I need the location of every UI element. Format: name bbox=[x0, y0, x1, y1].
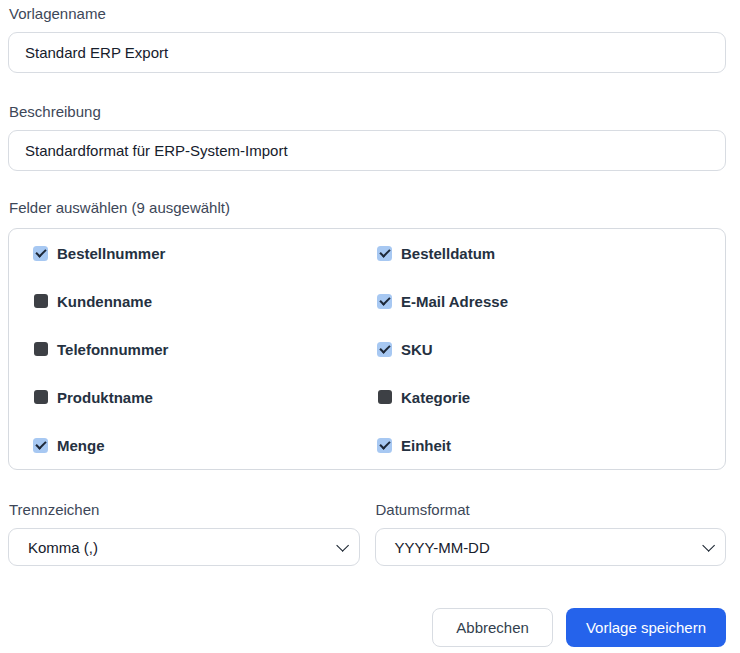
field-checkbox-item[interactable]: Menge bbox=[33, 421, 357, 469]
date-format-select[interactable]: YYYY-MM-DD bbox=[375, 528, 727, 566]
field-checkbox-item[interactable]: Kategorie bbox=[377, 373, 701, 421]
field-checkbox-item[interactable]: Bestellnummer bbox=[33, 229, 357, 277]
field-checkbox-item[interactable]: Bestelldatum bbox=[377, 229, 701, 277]
chevron-down-icon bbox=[702, 539, 715, 552]
field-checkbox-grid: Bestellnummer Bestelldatum Kundenname E-… bbox=[8, 228, 726, 470]
template-name-label: Vorlagenname bbox=[9, 4, 726, 23]
export-template-form: Vorlagenname Beschreibung Felder auswähl… bbox=[0, 0, 740, 653]
checkbox-checked-icon bbox=[377, 342, 392, 357]
chevron-down-icon bbox=[336, 539, 349, 552]
checkbox-checked-icon bbox=[377, 246, 392, 261]
description-label: Beschreibung bbox=[9, 102, 726, 121]
checkbox-unchecked-icon bbox=[34, 342, 48, 356]
field-checkbox-item[interactable]: Kundenname bbox=[33, 277, 357, 325]
delimiter-select[interactable]: Komma (,) bbox=[8, 528, 360, 566]
checkbox-unchecked-icon bbox=[378, 390, 392, 404]
format-options-row: Trennzeichen Komma (,) Datumsformat YYYY… bbox=[8, 500, 726, 566]
delimiter-label: Trennzeichen bbox=[9, 500, 360, 519]
template-name-input[interactable] bbox=[8, 32, 726, 73]
checkbox-checked-icon bbox=[33, 438, 48, 453]
delimiter-selected-value: Komma (,) bbox=[28, 539, 98, 556]
checkbox-checked-icon bbox=[377, 294, 392, 309]
form-actions: Abbrechen Vorlage speichern bbox=[8, 608, 726, 647]
date-format-label: Datumsformat bbox=[376, 500, 727, 519]
field-checkbox-item[interactable]: Produktname bbox=[33, 373, 357, 421]
save-template-button[interactable]: Vorlage speichern bbox=[566, 608, 726, 647]
checkbox-unchecked-icon bbox=[34, 390, 48, 404]
checkbox-checked-icon bbox=[33, 246, 48, 261]
field-checkbox-item[interactable]: SKU bbox=[377, 325, 701, 373]
date-format-selected-value: YYYY-MM-DD bbox=[395, 539, 490, 556]
field-checkbox-item[interactable]: Einheit bbox=[377, 421, 701, 469]
field-checkbox-item[interactable]: Telefonnummer bbox=[33, 325, 357, 373]
cancel-button[interactable]: Abbrechen bbox=[432, 608, 553, 647]
fields-section-label: Felder auswählen (9 ausgewählt) bbox=[9, 198, 726, 217]
field-checkbox-item[interactable]: E-Mail Adresse bbox=[377, 277, 701, 325]
checkbox-checked-icon bbox=[377, 438, 392, 453]
checkbox-unchecked-icon bbox=[34, 294, 48, 308]
description-input[interactable] bbox=[8, 130, 726, 171]
